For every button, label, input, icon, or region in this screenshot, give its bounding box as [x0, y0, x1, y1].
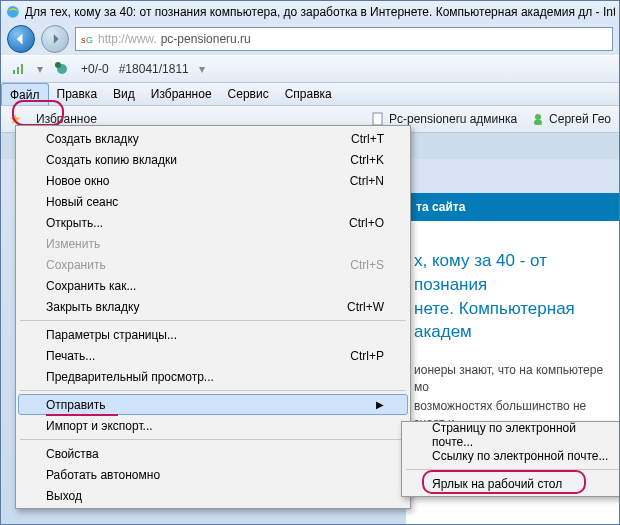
- dd-close-tab[interactable]: Закрыть вкладкуCtrl+W: [18, 296, 408, 317]
- zoom-indicator: +0/-0: [81, 62, 109, 76]
- pagerank-icon[interactable]: [9, 60, 27, 78]
- dd-exit[interactable]: Выход: [18, 485, 408, 506]
- sm-shortcut-desktop[interactable]: Ярлык на рабочий стол: [404, 473, 620, 494]
- url-protocol: http://www.: [98, 32, 157, 46]
- dd-duplicate-tab[interactable]: Создать копию вкладкиCtrl+K: [18, 149, 408, 170]
- file-dropdown: Создать вкладкуCtrl+T Создать копию вкла…: [15, 125, 411, 509]
- counter-indicator: #18041/1811: [119, 62, 189, 76]
- separator: [20, 439, 406, 440]
- svg-rect-9: [373, 113, 382, 125]
- sm-page-by-email[interactable]: Страницу по электронной почте...: [404, 424, 620, 445]
- window-title: Для тех, кому за 40: от познания компьют…: [25, 5, 615, 19]
- person-icon: [531, 112, 545, 126]
- heading-line-2: нете. Компьютерная академ: [414, 299, 575, 342]
- menu-view[interactable]: Вид: [105, 83, 143, 105]
- svg-point-10: [535, 114, 541, 120]
- annotation-underline-send: [46, 414, 118, 416]
- dd-properties[interactable]: Свойства: [18, 443, 408, 464]
- site-nav-band: та сайта: [406, 193, 619, 221]
- globe-icon[interactable]: [53, 60, 71, 78]
- menubar: Файл Правка Вид Избранное Сервис Справка: [1, 83, 619, 106]
- separator: [20, 390, 406, 391]
- dd-save: СохранитьCtrl+S: [18, 254, 408, 275]
- menu-help[interactable]: Справка: [277, 83, 340, 105]
- url-text: pc-pensioneru.ru: [161, 32, 251, 46]
- separator: [406, 469, 620, 470]
- site-favicon-icon: sG: [80, 32, 94, 46]
- dd-new-tab[interactable]: Создать вкладкуCtrl+T: [18, 128, 408, 149]
- fav-item-2[interactable]: Сергей Гео: [531, 112, 611, 126]
- dd-save-as[interactable]: Сохранить как...: [18, 275, 408, 296]
- nav-row: sG http://www. pc-pensioneru.ru: [1, 23, 619, 55]
- svg-text:G: G: [86, 35, 93, 45]
- forward-button[interactable]: [41, 25, 69, 53]
- svg-rect-4: [13, 70, 15, 74]
- dd-send[interactable]: Отправить▶: [18, 394, 408, 415]
- dd-print-preview[interactable]: Предварительный просмотр...: [18, 366, 408, 387]
- svg-rect-6: [21, 64, 23, 74]
- secondary-toolbar: ▾ +0/-0 #18041/1811 ▾: [1, 55, 619, 83]
- dd-page-setup[interactable]: Параметры страницы...: [18, 324, 408, 345]
- svg-point-8: [55, 62, 61, 68]
- submenu-arrow-icon: ▶: [376, 399, 384, 410]
- dd-work-offline[interactable]: Работать автономно: [18, 464, 408, 485]
- favorites-label[interactable]: Избранное: [36, 112, 97, 126]
- sm-link-by-email[interactable]: Ссылку по электронной почте...: [404, 445, 620, 466]
- titlebar: Для тех, кому за 40: от познания компьют…: [1, 1, 619, 23]
- ie-logo-icon: [5, 4, 21, 20]
- menu-tools[interactable]: Сервис: [220, 83, 277, 105]
- fav-item-1[interactable]: Pc-pensioneru админка: [371, 112, 517, 126]
- menu-favorites[interactable]: Избранное: [143, 83, 220, 105]
- svg-rect-11: [534, 120, 542, 125]
- dd-new-window[interactable]: Новое окноCtrl+N: [18, 170, 408, 191]
- paragraph-1: ионеры знают, что на компьютере мо: [414, 362, 619, 396]
- svg-point-0: [7, 6, 19, 18]
- separator: [20, 320, 406, 321]
- browser-window: Для тех, кому за 40: от познания компьют…: [0, 0, 620, 525]
- dd-open[interactable]: Открыть...Ctrl+O: [18, 212, 408, 233]
- menu-edit[interactable]: Правка: [49, 83, 106, 105]
- back-button[interactable]: [7, 25, 35, 53]
- heading-line-1: х, кому за 40 - от познания: [414, 251, 547, 294]
- page-icon: [371, 112, 385, 126]
- dd-new-session[interactable]: Новый сеанс: [18, 191, 408, 212]
- menu-file[interactable]: Файл: [1, 83, 49, 105]
- svg-rect-5: [17, 67, 19, 74]
- send-submenu: Страницу по электронной почте... Ссылку …: [401, 421, 620, 497]
- address-bar[interactable]: sG http://www. pc-pensioneru.ru: [75, 27, 613, 51]
- dd-import-export[interactable]: Импорт и экспорт...: [18, 415, 408, 436]
- dd-print[interactable]: Печать...Ctrl+P: [18, 345, 408, 366]
- dd-edit: Изменить: [18, 233, 408, 254]
